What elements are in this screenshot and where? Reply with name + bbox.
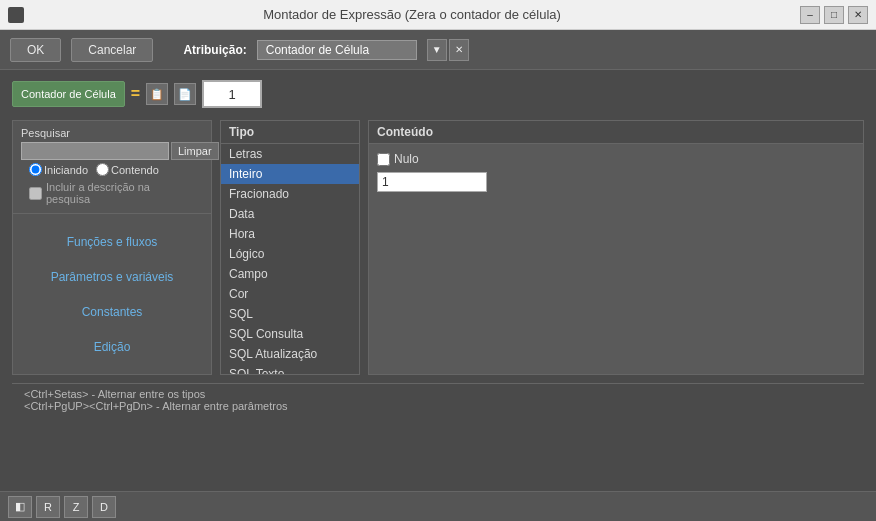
bottom-r-button[interactable]: R — [36, 496, 60, 518]
nav-parameters-variables[interactable]: Parâmetros e variáveis — [13, 262, 211, 292]
main-content: Contador de Célula = 📋 📄 1 Pesquisar Lim… — [0, 70, 876, 426]
cell-counter-row: Contador de Célula = 📋 📄 1 — [12, 80, 864, 108]
include-description-checkbox[interactable] — [29, 187, 42, 200]
tipo-item-3[interactable]: Data — [221, 204, 359, 224]
nav-functions-flows[interactable]: Funções e fluxos — [13, 227, 211, 257]
ok-button[interactable]: OK — [10, 38, 61, 62]
tipo-item-7[interactable]: Cor — [221, 284, 359, 304]
radio-starting[interactable]: Iniciando — [29, 163, 88, 176]
attribution-value: Contador de Célula — [257, 40, 417, 60]
hint-2: <Ctrl+PgUP><Ctrl+PgDn> - Alternar entre … — [24, 400, 852, 412]
window-title: Montador de Expressão (Zera o contador d… — [24, 7, 800, 22]
tipo-list-scroll[interactable]: LetrasInteiroFracionadoDataHoraLógicoCam… — [221, 144, 359, 374]
cell-value-box: 1 — [202, 80, 262, 108]
cell-counter-button[interactable]: Contador de Célula — [12, 81, 125, 107]
value-input[interactable] — [377, 172, 487, 192]
tipo-item-4[interactable]: Hora — [221, 224, 359, 244]
clear-button[interactable]: Limpar — [171, 142, 219, 160]
bottom-d-button[interactable]: D — [92, 496, 116, 518]
checkbox-description-row: Incluir a descrição na pesquisa — [21, 179, 203, 207]
nav-items: Funções e fluxos Parâmetros e variáveis … — [13, 214, 211, 374]
panels-row: Pesquisar Limpar Iniciando Contendo — [12, 120, 864, 375]
value-row — [377, 172, 855, 192]
bottom-z-button[interactable]: Z — [64, 496, 88, 518]
minimize-button[interactable]: – — [800, 6, 820, 24]
toolbar: OK Cancelar Atribuição: Contador de Célu… — [0, 30, 876, 70]
tipo-list: LetrasInteiroFracionadoDataHoraLógicoCam… — [221, 144, 359, 374]
bottom-bar: ◧ R Z D — [0, 491, 876, 521]
attribution-label: Atribuição: — [183, 43, 246, 57]
attribution-dropdown-button[interactable]: ▼ — [427, 39, 447, 61]
tipo-item-10[interactable]: SQL Atualização — [221, 344, 359, 364]
radio-row: Iniciando Contendo — [21, 160, 203, 179]
conteudo-panel: Conteúdo Nulo — [368, 120, 864, 375]
tipo-item-0[interactable]: Letras — [221, 144, 359, 164]
tipo-panel: Tipo LetrasInteiroFracionadoDataHoraLógi… — [220, 120, 360, 375]
bottom-icon-btn[interactable]: ◧ — [8, 496, 32, 518]
nulo-row: Nulo — [377, 152, 855, 166]
nav-edition[interactable]: Edição — [13, 332, 211, 362]
bottom-hints: <Ctrl+Setas> - Alternar entre os tipos <… — [12, 383, 864, 416]
cancel-button[interactable]: Cancelar — [71, 38, 153, 62]
tipo-item-5[interactable]: Lógico — [221, 244, 359, 264]
tipo-item-8[interactable]: SQL — [221, 304, 359, 324]
nav-constants[interactable]: Constantes — [13, 297, 211, 327]
search-row: Limpar — [21, 142, 203, 160]
icon-btn-1[interactable]: 📋 — [146, 83, 168, 105]
tipo-header: Tipo — [221, 121, 359, 144]
search-input[interactable] — [21, 142, 169, 160]
window-controls: – □ ✕ — [800, 6, 868, 24]
icon-btn-2[interactable]: 📄 — [174, 83, 196, 105]
hint-1: <Ctrl+Setas> - Alternar entre os tipos — [24, 388, 852, 400]
tipo-item-9[interactable]: SQL Consulta — [221, 324, 359, 344]
close-button[interactable]: ✕ — [848, 6, 868, 24]
title-bar: Montador de Expressão (Zera o contador d… — [0, 0, 876, 30]
search-section: Pesquisar Limpar Iniciando Contendo — [13, 121, 211, 214]
tipo-item-2[interactable]: Fracionado — [221, 184, 359, 204]
attribution-clear-button[interactable]: ✕ — [449, 39, 469, 61]
app-icon — [8, 7, 24, 23]
nulo-checkbox[interactable] — [377, 153, 390, 166]
left-panel: Pesquisar Limpar Iniciando Contendo — [12, 120, 212, 375]
equals-icon: = — [131, 85, 140, 103]
conteudo-header: Conteúdo — [369, 121, 863, 144]
tipo-item-1[interactable]: Inteiro — [221, 164, 359, 184]
tipo-item-11[interactable]: SQL Texto — [221, 364, 359, 374]
tipo-item-6[interactable]: Campo — [221, 264, 359, 284]
attribution-controls: ▼ ✕ — [427, 39, 469, 61]
content-area: Nulo — [369, 144, 863, 374]
radio-containing[interactable]: Contendo — [96, 163, 159, 176]
search-label: Pesquisar — [21, 127, 203, 139]
nulo-label: Nulo — [394, 152, 419, 166]
restore-button[interactable]: □ — [824, 6, 844, 24]
